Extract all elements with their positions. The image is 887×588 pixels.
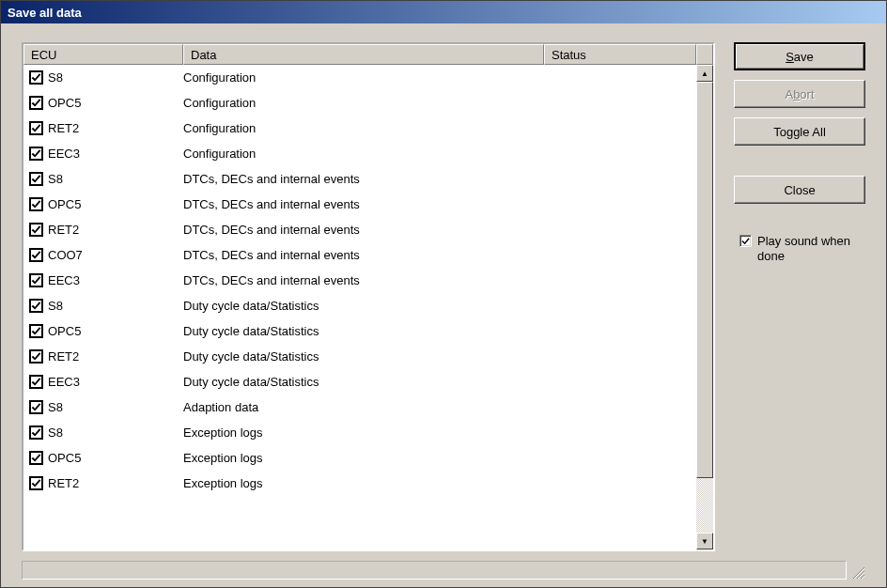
row-checkbox[interactable]	[29, 147, 43, 161]
content-area: ECU Data Status S8ConfigurationOPC5Confi…	[1, 23, 886, 587]
row-checkbox[interactable]	[29, 197, 43, 211]
table-row[interactable]: S8Configuration	[23, 65, 696, 90]
row-checkbox[interactable]	[29, 324, 43, 338]
data-value: Exception logs	[183, 426, 544, 440]
table-row[interactable]: COO7DTCs, DECs and internal events	[23, 242, 696, 268]
scroll-thumb[interactable]	[696, 82, 713, 478]
data-value: Adaption data	[183, 400, 544, 414]
row-checkbox[interactable]	[29, 476, 43, 490]
data-value: Configuration	[183, 121, 544, 135]
data-value: Configuration	[183, 70, 544, 85]
abort-button: Abort	[734, 80, 865, 108]
data-value: Exception logs	[183, 451, 544, 465]
table-row[interactable]: EEC3DTCs, DECs and internal events	[23, 268, 696, 293]
column-header-spacer	[696, 44, 713, 65]
vertical-scrollbar[interactable]: ▲ ▼	[696, 65, 713, 549]
column-header-ecu[interactable]: ECU	[23, 44, 183, 65]
ecu-value: S8	[48, 426, 63, 440]
table-row[interactable]: RET2DTCs, DECs and internal events	[23, 217, 696, 242]
ecu-value: EEC3	[48, 273, 80, 287]
data-value: Exception logs	[183, 476, 544, 490]
ecu-value: COO7	[48, 248, 83, 262]
resize-grip-icon[interactable]	[850, 565, 865, 580]
play-sound-label: Play sound when done	[757, 234, 865, 264]
table-row[interactable]: EEC3Duty cycle data/Statistics	[23, 369, 696, 395]
scroll-down-button[interactable]: ▼	[696, 533, 713, 549]
ecu-value: OPC5	[48, 451, 81, 465]
save-button[interactable]: Save	[734, 42, 865, 70]
ecu-value: RET2	[48, 121, 79, 135]
main-row: ECU Data Status S8ConfigurationOPC5Confi…	[22, 42, 865, 551]
row-checkbox[interactable]	[29, 273, 43, 287]
ecu-value: S8	[48, 400, 63, 414]
ecu-value: S8	[48, 299, 63, 313]
row-checkbox[interactable]	[29, 349, 43, 364]
data-value: Configuration	[183, 147, 544, 161]
row-checkbox[interactable]	[29, 248, 43, 262]
row-checkbox[interactable]	[29, 299, 43, 313]
table-row[interactable]: S8DTCs, DECs and internal events	[23, 166, 696, 192]
row-checkbox[interactable]	[29, 400, 43, 414]
ecu-value: RET2	[48, 476, 79, 490]
column-header-status[interactable]: Status	[544, 44, 696, 65]
data-value: Configuration	[183, 96, 544, 110]
data-value: Duty cycle data/Statistics	[183, 299, 544, 313]
ecu-value: S8	[48, 172, 63, 186]
row-checkbox[interactable]	[29, 375, 43, 389]
table-row[interactable]: RET2Duty cycle data/Statistics	[23, 344, 696, 369]
scroll-up-button[interactable]: ▲	[696, 65, 713, 82]
data-value: DTCs, DECs and internal events	[183, 273, 544, 287]
ecu-value: S8	[48, 70, 63, 85]
data-value: Duty cycle data/Statistics	[183, 375, 544, 389]
button-panel: Save Abort Toggle All Close Play sound w…	[734, 42, 865, 551]
data-value: DTCs, DECs and internal events	[183, 248, 544, 262]
list-header: ECU Data Status	[23, 44, 713, 65]
ecu-value: RET2	[48, 223, 79, 237]
play-sound-option[interactable]: Play sound when done	[734, 234, 865, 264]
table-row[interactable]: OPC5DTCs, DECs and internal events	[23, 192, 696, 217]
data-list: ECU Data Status S8ConfigurationOPC5Confi…	[22, 42, 715, 551]
row-checkbox[interactable]	[29, 121, 43, 135]
play-sound-checkbox[interactable]	[739, 235, 752, 247]
column-header-data[interactable]: Data	[183, 44, 544, 65]
ecu-value: OPC5	[48, 96, 81, 110]
data-value: DTCs, DECs and internal events	[183, 172, 544, 186]
table-row[interactable]: EEC3Configuration	[23, 141, 696, 166]
table-row[interactable]: S8Adaption data	[23, 395, 696, 420]
save-all-data-window: Save all data ECU Data Status S8Configur…	[0, 0, 887, 588]
status-bar	[22, 561, 847, 580]
row-checkbox[interactable]	[29, 426, 43, 440]
table-row[interactable]: S8Exception logs	[23, 420, 696, 445]
data-value: DTCs, DECs and internal events	[183, 223, 544, 237]
table-row[interactable]: RET2Configuration	[23, 116, 696, 141]
data-value: DTCs, DECs and internal events	[183, 197, 544, 211]
scroll-track[interactable]	[696, 82, 713, 533]
table-row[interactable]: RET2Exception logs	[23, 471, 696, 496]
row-checkbox[interactable]	[29, 223, 43, 237]
window-title: Save all data	[8, 6, 82, 20]
ecu-value: OPC5	[48, 197, 81, 211]
ecu-value: EEC3	[48, 375, 80, 389]
row-checkbox[interactable]	[29, 172, 43, 186]
row-checkbox[interactable]	[29, 70, 43, 85]
save-hotkey: S	[786, 50, 794, 64]
title-bar[interactable]: Save all data	[1, 1, 886, 23]
close-button[interactable]: Close	[734, 176, 865, 204]
row-checkbox[interactable]	[29, 451, 43, 465]
toggle-all-button[interactable]: Toggle All	[734, 117, 865, 146]
list-body: S8ConfigurationOPC5ConfigurationRET2Conf…	[23, 65, 696, 549]
ecu-value: RET2	[48, 349, 79, 364]
table-row[interactable]: OPC5Exception logs	[23, 445, 696, 471]
data-value: Duty cycle data/Statistics	[183, 349, 544, 364]
ecu-value: EEC3	[48, 147, 80, 161]
table-row[interactable]: OPC5Configuration	[23, 90, 696, 116]
ecu-value: OPC5	[48, 324, 81, 338]
row-checkbox[interactable]	[29, 96, 43, 110]
table-row[interactable]: S8Duty cycle data/Statistics	[23, 293, 696, 318]
data-value: Duty cycle data/Statistics	[183, 324, 544, 338]
table-row[interactable]: OPC5Duty cycle data/Statistics	[23, 318, 696, 344]
